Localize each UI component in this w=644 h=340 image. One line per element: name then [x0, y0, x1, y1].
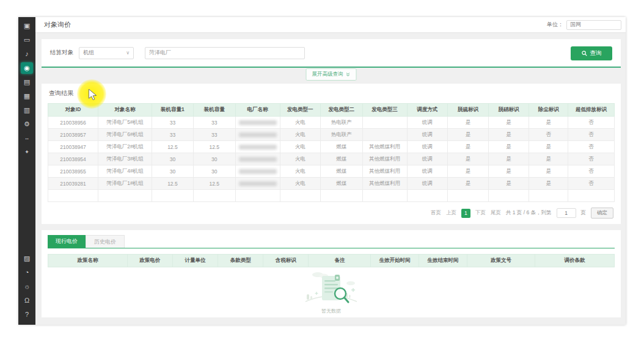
logo-icon[interactable]: ▣	[21, 20, 33, 32]
music-icon[interactable]: ♪	[21, 48, 33, 60]
unit-input[interactable]	[566, 20, 621, 30]
results-table-cell: 火电	[280, 129, 321, 141]
results-table-cell: 否	[568, 117, 615, 129]
results-table-cell: 是	[488, 129, 529, 141]
results-table-row[interactable]: 210038954菏泽电厂3#机组3030火电燃煤其他燃煤利用统调是是是否	[48, 153, 615, 165]
results-table-cell: 火电	[280, 117, 321, 129]
results-table-row[interactable]: 210038957菏泽电厂6#机组3333火电热电联产统调是是否否	[48, 129, 615, 141]
bell-icon[interactable]: Ω	[21, 295, 33, 306]
results-table-cell: 菏泽电厂2#机组	[98, 141, 152, 153]
results-column-header: 发电类型一	[280, 104, 321, 117]
object-type-value: 机组	[83, 49, 94, 57]
results-table-cell: 是	[529, 153, 568, 165]
results-title: 查询结果	[49, 89, 615, 98]
archive-icon[interactable]: ▥	[21, 104, 33, 116]
results-table-cell: 统调	[407, 165, 448, 178]
object-type-select[interactable]: 机组 ∨	[79, 47, 134, 59]
image-icon[interactable]: ▨	[21, 253, 33, 264]
results-table-cell: 210038947	[48, 141, 98, 153]
results-table-cell: 统调	[407, 178, 448, 190]
unit-label: 单位：	[547, 21, 563, 29]
price-column-header: 政策文号	[467, 255, 535, 267]
double-chevron-down-icon	[346, 72, 351, 77]
blurred-plant-name	[239, 169, 277, 174]
results-table-cell: 12.5	[194, 141, 235, 153]
history-icon[interactable]: ◔	[21, 267, 33, 278]
keyword-input[interactable]	[145, 47, 305, 59]
page-jump-input[interactable]	[557, 208, 576, 218]
results-table-cell	[98, 190, 152, 202]
monitor-icon[interactable]: ▦	[21, 90, 33, 102]
results-table-cell: 火电	[280, 141, 321, 153]
pagination-last[interactable]: 尾页	[491, 209, 501, 217]
results-table-cell: 是	[529, 141, 568, 153]
empty-state: 暂无数据	[48, 267, 615, 317]
results-table-cell	[48, 190, 98, 202]
results-table-row[interactable]: 210038956菏泽电厂5#机组3333火电热电联产统调是是是否	[48, 117, 615, 129]
pagination-confirm-button[interactable]: 确定	[591, 208, 613, 219]
price-table-wrap: 政策名称政策电价计量单位条款类型含税标识备注生效开始时间生效结束时间政策文号调价…	[48, 254, 615, 267]
tab-current-price[interactable]: 现行电价	[48, 235, 86, 248]
results-table-cell: 否	[568, 165, 615, 178]
results-table-cell: 210038956	[48, 117, 98, 129]
results-table-cell	[235, 165, 280, 178]
results-table-cell: 12.5	[152, 178, 193, 190]
results-table-cell: 是	[448, 117, 489, 129]
results-table-cell: 火电	[280, 153, 321, 165]
results-table-cell: 火电	[280, 165, 321, 178]
pagination-first[interactable]: 首页	[431, 209, 441, 217]
query-button[interactable]: 查询	[571, 46, 612, 60]
results-table-cell: 33	[194, 129, 235, 141]
results-table-cell: 菏泽电厂5#机组	[98, 117, 152, 129]
results-table-cell: 12.5	[152, 141, 193, 153]
results-table-cell: 否	[568, 153, 615, 165]
camera-icon[interactable]: ◉	[21, 62, 33, 74]
results-table-cell: 其他燃煤利用	[362, 178, 407, 190]
results-table-cell: 是	[529, 165, 568, 178]
results-header-row: 对象ID对象名称装机容量1装机容量电厂名称发电类型一发电类型二发电类型三调度方式…	[48, 104, 615, 117]
list-icon[interactable]: ▤	[21, 76, 33, 88]
results-column-header: 对象ID	[48, 104, 98, 117]
expand-advanced-query-label: 展开高级查询	[312, 71, 343, 78]
results-table-cell: 菏泽电厂6#机组	[98, 129, 152, 141]
pagination-next[interactable]: 下页	[475, 209, 486, 217]
results-table-cell: 210038955	[48, 165, 98, 178]
results-table-cell	[194, 190, 235, 202]
expand-advanced-query-button[interactable]: 展开高级查询	[306, 68, 357, 81]
results-column-header: 除尘标识	[529, 104, 568, 117]
results-table-row[interactable]: 210038947菏泽电厂2#机组12.512.5火电燃煤其他燃煤利用统调是是是…	[48, 141, 615, 153]
results-table-cell	[362, 129, 407, 141]
results-table-row[interactable]: 210039281菏泽电厂1#机组12.512.5火电燃煤其他燃煤利用统调是是是…	[48, 178, 615, 190]
results-table-row[interactable]: 210038955菏泽电厂4#机组3030火电燃煤其他燃煤利用统调是是是否	[48, 165, 615, 178]
folder-icon[interactable]: ▭	[21, 34, 33, 46]
transfer-icon[interactable]: ↔	[21, 132, 33, 144]
content-area: 结算对象 机组 ∨ 查询 展开高级查询	[35, 33, 626, 325]
results-table-cell: 其他燃煤利用	[362, 153, 407, 165]
results-table-cell: 30	[194, 165, 235, 178]
price-column-header: 条款类型	[218, 255, 263, 267]
help-icon[interactable]: ?	[21, 309, 33, 320]
results-table-cell: 菏泽电厂3#机组	[98, 153, 152, 165]
results-table-cell: 否	[568, 141, 615, 153]
results-table-cell: 其他燃煤利用	[362, 141, 407, 153]
pagination-prev[interactable]: 上页	[446, 209, 456, 217]
price-table: 政策名称政策电价计量单位条款类型含税标识备注生效开始时间生效结束时间政策文号调价…	[48, 254, 615, 267]
theme-icon[interactable]: ☼	[21, 281, 33, 292]
results-table-cell: 菏泽电厂4#机组	[98, 165, 152, 178]
pagination-summary: 共 1 页 / 6 条，到第	[506, 209, 552, 217]
results-table-cell	[488, 190, 529, 202]
results-column-header: 脱硫标识	[448, 104, 489, 117]
pagination-current-page[interactable]: 1	[461, 209, 470, 218]
results-table-cell: 热电联产	[321, 129, 362, 141]
pin-icon[interactable]: ✦	[21, 146, 33, 158]
gear-icon[interactable]: ⚙	[21, 118, 33, 130]
pagination-page-suffix: 页	[581, 209, 587, 217]
no-data-label: 暂无数据	[321, 308, 341, 314]
results-column-header: 装机容量1	[152, 104, 193, 117]
tab-history-price[interactable]: 历史电价	[86, 235, 125, 248]
price-column-header: 调价条款	[535, 255, 615, 267]
query-button-label: 查询	[590, 49, 602, 57]
results-table-cell	[529, 190, 568, 202]
results-table-cell: 是	[488, 178, 529, 190]
results-table-cell: 燃煤	[321, 153, 362, 165]
